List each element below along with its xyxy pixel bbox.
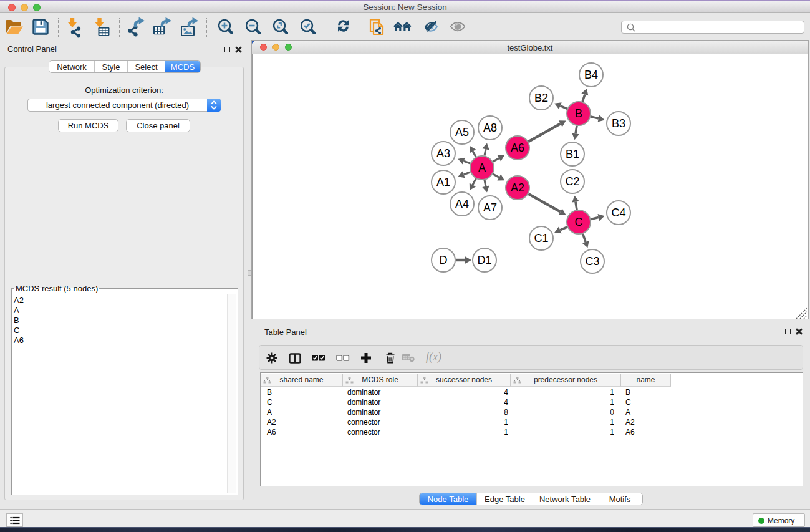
svg-text:C2: C2 bbox=[565, 175, 579, 188]
svg-text:B1: B1 bbox=[566, 148, 579, 160]
svg-text:C3: C3 bbox=[585, 255, 599, 268]
svg-text:D: D bbox=[440, 254, 448, 266]
svg-text:B2: B2 bbox=[534, 92, 548, 104]
svg-text:B3: B3 bbox=[612, 117, 625, 130]
svg-text:A2: A2 bbox=[511, 181, 524, 194]
svg-text:A5: A5 bbox=[455, 126, 469, 138]
svg-text:A3: A3 bbox=[436, 147, 450, 160]
svg-text:A7: A7 bbox=[483, 201, 497, 214]
svg-text:D1: D1 bbox=[477, 254, 491, 266]
svg-text:B4: B4 bbox=[584, 69, 598, 81]
svg-text:C4: C4 bbox=[611, 206, 625, 219]
svg-text:A6: A6 bbox=[511, 142, 524, 154]
svg-text:A: A bbox=[478, 162, 486, 174]
svg-text:A1: A1 bbox=[436, 176, 450, 188]
svg-text:B: B bbox=[575, 107, 582, 120]
svg-text:A4: A4 bbox=[455, 198, 469, 210]
svg-text:A8: A8 bbox=[483, 122, 497, 134]
svg-text:C1: C1 bbox=[534, 232, 548, 244]
svg-text:C: C bbox=[575, 216, 583, 228]
